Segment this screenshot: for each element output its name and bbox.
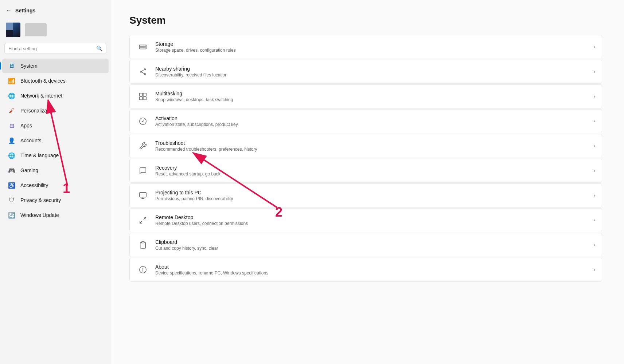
svg-rect-12 [143,97,146,100]
sidebar-item-personalization[interactable]: 🖌 Personalization [2,103,109,118]
remote-desktop-icon [136,214,149,227]
search-input[interactable] [8,46,93,51]
accessibility-icon: ♿ [8,182,15,189]
sidebar-item-label-accessibility: Accessibility [20,182,48,188]
settings-item-projecting[interactable]: Projecting to this PC Permissions, pairi… [129,183,602,207]
sidebar-item-label-personalization: Personalization [20,108,55,114]
svg-rect-9 [140,93,143,96]
about-subtitle: Device specifications, rename PC, Window… [155,270,589,276]
bluetooth-icon: 📶 [8,77,15,84]
sidebar-item-label-network: Network & internet [20,93,62,99]
svg-point-5 [140,71,142,72]
avatar [6,23,20,37]
storage-title: Storage [155,41,589,47]
projecting-text: Projecting to this PC Permissions, pairi… [155,190,589,201]
sidebar-item-accessibility[interactable]: ♿ Accessibility [2,178,109,193]
storage-text: Storage Storage space, drives, configura… [155,41,589,53]
time-icon: 🌐 [8,152,15,159]
sidebar-item-label-apps: Apps [20,123,32,128]
sidebar-item-network[interactable]: 🌐 Network & internet [2,88,109,103]
sidebar-item-apps[interactable]: ⊞ Apps [2,118,109,133]
svg-line-18 [140,221,142,223]
troubleshoot-icon [136,139,149,153]
about-icon [136,263,149,276]
activation-subtitle: Activation state, subscriptions, product… [155,122,589,127]
personalization-icon: 🖌 [8,107,15,114]
settings-item-about[interactable]: About Device specifications, rename PC, … [129,258,602,282]
clipboard-title: Clipboard [155,239,589,245]
back-button[interactable]: ← [6,7,12,14]
recovery-subtitle: Reset, advanced startup, go back [155,171,589,177]
sidebar-item-label-time: Time & language [20,153,59,158]
nearby-sharing-title: Nearby sharing [155,66,589,72]
recovery-title: Recovery [155,165,589,171]
nearby-sharing-text: Nearby sharing Discoverability, received… [155,66,589,78]
svg-rect-19 [141,242,144,243]
sidebar-item-bluetooth[interactable]: 📶 Bluetooth & devices [2,74,109,88]
clipboard-chevron: › [594,242,595,248]
search-icon[interactable]: 🔍 [96,46,102,51]
sidebar-item-system[interactable]: 🖥 System [2,59,109,73]
nearby-sharing-subtitle: Discoverability, received files location [155,72,589,78]
settings-item-nearby-sharing[interactable]: Nearby sharing Discoverability, received… [129,60,602,84]
settings-item-remote-desktop[interactable]: Remote Desktop Remote Desktop users, con… [129,208,602,232]
user-info [25,23,47,36]
storage-chevron: › [594,44,595,50]
troubleshoot-text: Troubleshoot Recommended troubleshooters… [155,140,589,152]
sidebar-item-gaming[interactable]: 🎮 Gaming [2,163,109,178]
remote-desktop-subtitle: Remote Desktop users, connection permiss… [155,221,589,226]
settings-item-clipboard[interactable]: Clipboard Cut and copy history, sync, cl… [129,233,602,257]
recovery-text: Recovery Reset, advanced startup, go bac… [155,165,589,177]
troubleshoot-chevron: › [594,143,595,149]
about-chevron: › [594,267,595,272]
page-title: System [129,15,602,26]
svg-point-3 [145,48,146,48]
nearby-sharing-chevron: › [594,69,595,74]
multitasking-subtitle: Snap windows, desktops, task switching [155,97,589,102]
remote-desktop-chevron: › [594,218,595,223]
remote-desktop-text: Remote Desktop Remote Desktop users, con… [155,214,589,226]
sidebar-item-time[interactable]: 🌐 Time & language [2,148,109,163]
settings-item-multitasking[interactable]: Multitasking Snap windows, desktops, tas… [129,84,602,108]
multitasking-title: Multitasking [155,91,589,96]
settings-item-activation[interactable]: Activation Activation state, subscriptio… [129,109,602,133]
activation-chevron: › [594,119,595,124]
svg-line-17 [144,217,146,219]
about-text: About Device specifications, rename PC, … [155,264,589,276]
activation-icon [136,115,149,128]
svg-rect-10 [143,93,146,96]
sidebar-item-update[interactable]: 🔄 Windows Update [2,208,109,222]
settings-item-recovery[interactable]: Recovery Reset, advanced startup, go bac… [129,159,602,183]
sidebar-item-label-update: Windows Update [20,212,59,218]
sidebar-item-label-privacy: Privacy & security [20,197,61,203]
troubleshoot-title: Troubleshoot [155,140,589,146]
storage-subtitle: Storage space, drives, configuration rul… [155,48,589,53]
update-icon: 🔄 [8,211,15,219]
sidebar-item-privacy[interactable]: 🛡 Privacy & security [2,193,109,207]
nearby-sharing-icon [136,65,149,78]
sidebar-item-accounts[interactable]: 👤 Accounts [2,133,109,148]
user-section [0,20,111,43]
search-box[interactable]: 🔍 [4,43,106,54]
multitasking-chevron: › [594,94,595,99]
multitasking-text: Multitasking Snap windows, desktops, tas… [155,91,589,102]
settings-item-troubleshoot[interactable]: Troubleshoot Recommended troubleshooters… [129,134,602,158]
apps-icon: ⊞ [8,122,15,129]
clipboard-subtitle: Cut and copy history, sync, clear [155,246,589,251]
sidebar-title: Settings [15,8,35,13]
sidebar-header: ← Settings [0,4,111,20]
settings-item-storage[interactable]: Storage Storage space, drives, configura… [129,35,602,59]
about-title: About [155,264,589,270]
sidebar-item-label-gaming: Gaming [20,167,38,173]
gaming-icon: 🎮 [8,167,15,174]
network-icon: 🌐 [8,92,15,99]
recovery-chevron: › [594,168,595,173]
sidebar-item-label-accounts: Accounts [20,138,42,143]
clipboard-icon [136,238,149,252]
svg-line-7 [141,70,144,72]
svg-point-4 [144,69,146,70]
recovery-icon [136,164,149,177]
settings-list: Storage Storage space, drives, configura… [129,35,602,282]
activation-text: Activation Activation state, subscriptio… [155,115,589,127]
svg-rect-14 [140,193,146,197]
